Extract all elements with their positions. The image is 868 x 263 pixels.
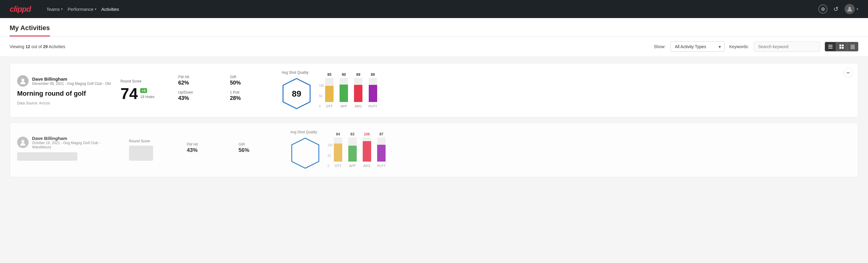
svg-point-0: [848, 7, 851, 9]
updown-stat: Up/Down 43%: [178, 90, 220, 101]
fw-hit-label: FW Hit: [178, 75, 220, 79]
bar-arg-fill: [354, 85, 363, 102]
svg-rect-8: [850, 45, 855, 46]
svg-rect-6: [839, 47, 841, 49]
teams-chevron-icon: ▾: [61, 7, 63, 11]
gir-label-2: GIR: [239, 142, 281, 147]
search-input[interactable]: [754, 41, 820, 52]
viewing-text: Viewing 12 out of 29 Activities: [10, 44, 649, 49]
bar-ott: 85 OTT: [325, 72, 334, 108]
show-label: Show:: [654, 44, 665, 49]
user-date: December 05, 2021 - Gog Magog Golf Club …: [32, 82, 111, 86]
user-date-2: October 16, 2021 - Gog Magog Golf Club -…: [32, 141, 119, 149]
bar-chart-2: 94 OTT 83 APP: [334, 132, 386, 168]
score-display: 74 +4 18 Holes: [120, 86, 168, 101]
data-source: Data Source: Arccos: [17, 101, 111, 105]
svg-point-15: [21, 140, 24, 143]
bar-chart-container-2: 100 50 0 94 OTT 83: [328, 132, 385, 168]
compact-view-button[interactable]: [847, 42, 858, 51]
refresh-icon[interactable]: ↺: [833, 5, 839, 12]
activity-type-select[interactable]: All Activity Types Round Practice Lesson: [671, 41, 724, 52]
bar-arg: 89 ARG: [354, 72, 363, 108]
fw-hit-stat: FW Hit 62%: [178, 75, 220, 86]
bar-putt-fill: [369, 85, 377, 102]
page-header: My Activities: [0, 18, 868, 37]
bar-putt-2: 87 PUTT: [377, 132, 386, 168]
one-putt-value: 28%: [230, 95, 272, 101]
gir-value-2: 56%: [239, 147, 281, 153]
avg-shot-quality-label-2: Avg Shot Quality: [290, 130, 320, 134]
score-number: 74: [120, 86, 138, 101]
svg-rect-5: [842, 45, 844, 46]
score-holes: 18 Holes: [140, 95, 154, 99]
shot-quality-left: Avg Shot Quality 89: [281, 70, 312, 110]
avatar-chevron-icon: ▾: [857, 7, 858, 11]
svg-rect-10: [850, 47, 855, 48]
bar-app: 90 APP: [340, 72, 348, 108]
header-actions: ⊕ ↺ ▾: [818, 4, 858, 14]
main-header: clippd Teams ▾ Performance ▾ Activities …: [0, 0, 868, 18]
bar-app-value-2: 83: [350, 132, 354, 136]
activity-card: ✏ Dave Billingham December 05, 2021 - Go…: [10, 63, 858, 118]
bar-putt: 89 PUTT: [368, 72, 377, 108]
keywords-label: Keywords:: [730, 44, 749, 49]
viewing-total: 29: [43, 44, 48, 49]
svg-rect-3: [828, 48, 833, 49]
user-menu[interactable]: ▾: [844, 4, 858, 14]
card-user-2: Dave Billingham October 16, 2021 - Gog M…: [17, 136, 119, 149]
shot-quality-left-2: Avg Shot Quality: [290, 130, 320, 170]
stats-section-3: FW Hit 43%: [187, 142, 229, 158]
shot-quality-section-2: Avg Shot Quality 100 50 0: [290, 130, 851, 170]
avg-shot-quality-label: Avg Shot Quality: [281, 70, 312, 75]
y-axis-2: 100 50 0: [328, 144, 333, 168]
svg-point-12: [21, 79, 24, 82]
bar-putt-value: 89: [371, 72, 375, 77]
bar-app-2: 83 APP: [348, 132, 357, 168]
bar-putt-label: PUTT: [368, 105, 377, 108]
card-left: Dave Billingham December 05, 2021 - Gog …: [17, 75, 111, 105]
stats-section-4: GIR 56%: [239, 142, 281, 158]
bar-arg-fill-2: [363, 141, 371, 162]
logo[interactable]: clippd: [10, 4, 31, 14]
user-name-2: Dave Billingham: [32, 136, 119, 141]
activities-list: ✏ Dave Billingham December 05, 2021 - Go…: [0, 57, 868, 183]
bar-arg-label: ARG: [354, 105, 362, 108]
one-putt-label: 1 Putt: [230, 90, 272, 94]
score-badge: +4: [140, 88, 147, 93]
svg-rect-1: [828, 45, 833, 46]
gir-stat-2: GIR 56%: [239, 142, 281, 153]
svg-rect-11: [850, 49, 855, 49]
nav-performance[interactable]: Performance ▾: [66, 4, 98, 14]
bar-putt-fill-2: [377, 145, 385, 162]
list-view-button[interactable]: [825, 42, 836, 51]
fw-hit-value-2: 43%: [187, 147, 229, 153]
bar-putt-label-2: PUTT: [377, 164, 386, 168]
nav-teams[interactable]: Teams ▾: [45, 4, 64, 14]
bar-app-label: APP: [340, 105, 347, 108]
nav-activities[interactable]: Activities: [100, 4, 120, 14]
add-icon[interactable]: ⊕: [818, 4, 828, 13]
bar-ott-fill: [325, 86, 334, 102]
view-toggle: [825, 42, 858, 52]
bar-arg-2: 106 ARG: [363, 132, 371, 168]
bar-ott-value-2: 94: [336, 132, 340, 136]
bar-arg-label-2: ARG: [363, 164, 371, 168]
bar-putt-value-2: 87: [379, 132, 383, 136]
activity-title-2: [17, 152, 77, 161]
hex-shape-2: [290, 137, 320, 170]
grid-view-button[interactable]: [836, 42, 847, 51]
bar-app-fill: [340, 85, 348, 102]
updown-value: 43%: [178, 95, 220, 101]
bar-ott-label-2: OTT: [335, 164, 341, 168]
gir-label: GIR: [230, 75, 272, 79]
page-title: My Activities: [10, 18, 50, 36]
activity-card-2: Dave Billingham October 16, 2021 - Gog M…: [10, 122, 858, 177]
card-left-2: Dave Billingham October 16, 2021 - Gog M…: [17, 136, 119, 164]
bar-ott-value: 85: [327, 72, 331, 77]
bar-chart: 85 OTT 90 APP: [325, 72, 377, 108]
fw-hit-label-2: FW Hit: [187, 142, 229, 147]
edit-button[interactable]: ✏: [844, 68, 853, 78]
viewing-count: 12: [26, 44, 30, 49]
bar-ott-fill-2: [334, 144, 342, 162]
bar-app-fill-2: [348, 146, 357, 162]
